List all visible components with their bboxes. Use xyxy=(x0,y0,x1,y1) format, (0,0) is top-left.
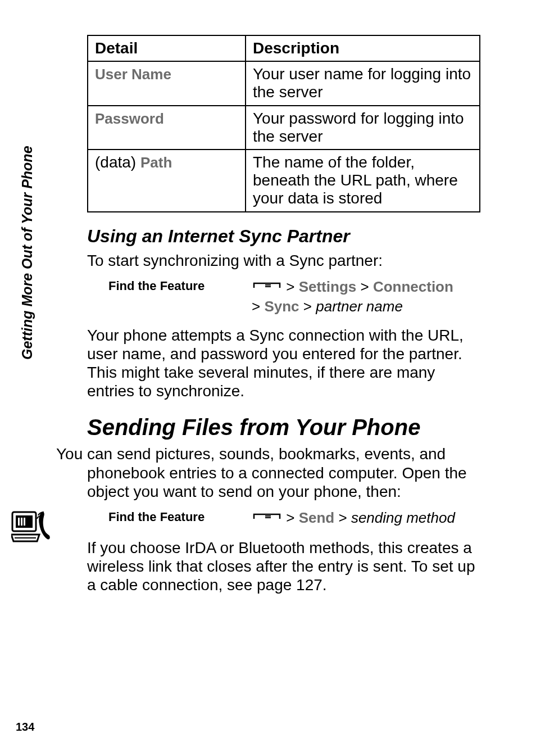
computer-phone-icon xyxy=(11,509,53,546)
row-label-prefix: (data) xyxy=(95,153,140,171)
menu-key-icon xyxy=(252,509,282,528)
table-row: Password Your password for logging into … xyxy=(88,106,480,150)
header-description: Description xyxy=(246,35,480,61)
svg-rect-3 xyxy=(21,518,22,526)
menu-path: > Settings > Connection > Sync > partner… xyxy=(252,278,453,316)
svg-rect-2 xyxy=(18,518,20,526)
body-text: Your phone attempts a Sync connection wi… xyxy=(87,326,485,400)
row-desc: The name of the folder, beneath the URL … xyxy=(246,150,480,212)
menu-step: Settings xyxy=(299,278,357,295)
find-feature-label: Find the Feature xyxy=(87,509,252,524)
header-detail: Detail xyxy=(88,35,246,61)
row-desc: Your user name for logging into the serv… xyxy=(246,61,480,105)
menu-path: > Send > sending method xyxy=(252,509,455,528)
section-side-label: Getting More Out of Your Phone xyxy=(19,146,35,360)
menu-step: Sync xyxy=(264,298,299,315)
subsection-heading: Using an Internet Sync Partner xyxy=(87,226,485,247)
section-heading: Sending Files from Your Phone xyxy=(87,415,485,440)
menu-step: Send xyxy=(299,509,335,526)
page-number: 134 xyxy=(16,721,34,734)
intro-text: You can send pictures, sounds, bookmarks… xyxy=(56,445,485,500)
row-desc: Your password for logging into the serve… xyxy=(246,106,480,150)
svg-rect-4 xyxy=(24,518,25,526)
find-feature-label: Find the Feature xyxy=(87,278,252,293)
page-content: Detail Description User Name Your user n… xyxy=(87,35,485,594)
intro-text: To start synchronizing with a Sync partn… xyxy=(87,251,485,270)
detail-table: Detail Description User Name Your user n… xyxy=(87,35,480,212)
menu-step-placeholder: partner name xyxy=(316,298,403,315)
table-row: User Name Your user name for logging int… xyxy=(88,61,480,105)
menu-step-placeholder: sending method xyxy=(351,509,455,526)
find-feature-block: Find the Feature > Send > sending method xyxy=(87,509,485,528)
intro-span: You can send pictures, sounds, bookmarks… xyxy=(56,445,467,500)
row-label: User Name xyxy=(95,66,171,83)
table-header-row: Detail Description xyxy=(88,35,480,61)
find-feature-block: Find the Feature > Settings > Connection… xyxy=(87,278,485,316)
menu-key-icon xyxy=(252,278,282,297)
manual-page: Getting More Out of Your Phone 134 Detai… xyxy=(0,0,536,756)
row-label: Path xyxy=(140,154,172,171)
table-row: (data) Path The name of the folder, bene… xyxy=(88,150,480,212)
body-text: If you choose IrDA or Bluetooth methods,… xyxy=(87,538,485,594)
row-label: Password xyxy=(95,110,164,127)
menu-step: Connection xyxy=(373,278,453,295)
